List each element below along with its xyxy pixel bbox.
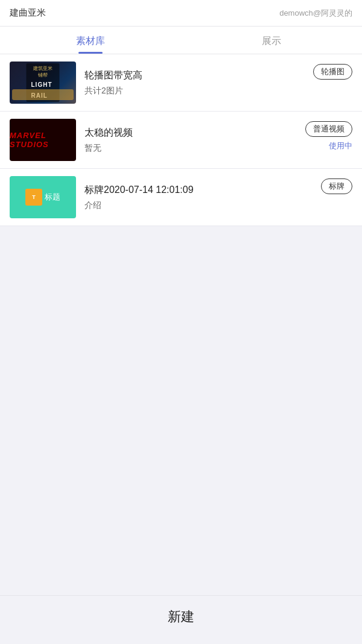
list-item[interactable]: MARVEL STUDIOS 太稳的视频 暂无 普通视频 使用中 [0,112,362,169]
thumb-marvel-label: MARVEL STUDIOS [10,131,76,149]
item-content: 标牌2020-07-14 12:01:09 介绍 [84,184,313,211]
sign-icon: T [25,189,42,206]
item-tag: 普通视频 [305,121,352,137]
list-item[interactable]: T 标题 标牌2020-07-14 12:01:09 介绍 标牌 [0,169,362,226]
item-subtitle: 介绍 [84,200,313,211]
item-subtitle: 共计2图片 [84,86,305,96]
header-user: demowch@阿灵灵的 [279,8,352,19]
item-tag: 轮播图 [313,64,352,80]
item-content: 太稳的视频 暂无 [84,127,297,154]
item-right: 标牌 [321,176,352,194]
item-right: 普通视频 使用中 [305,119,352,151]
list-item[interactable]: 建筑亚米铺帮 LIGHT RAIL 轮播图带宽高 共计2图片 轮播图 [0,54,362,112]
new-button[interactable]: 新建 [168,608,194,626]
tabs-container: 素材库 展示 [0,27,362,54]
item-tag: 标牌 [321,178,352,194]
thumb-sub-text: 建筑亚米铺帮 [31,65,55,78]
top-bar: 建曲亚米 demowch@阿灵灵的 [0,0,362,27]
tab-display[interactable]: 展示 [181,27,362,54]
thumbnail-rail: 建筑亚米铺帮 LIGHT RAIL [10,62,76,104]
thumb-sign-label: 标题 [45,192,60,203]
list-container: 建筑亚米铺帮 LIGHT RAIL 轮播图带宽高 共计2图片 轮播图 MARVE… [0,54,362,226]
item-subtitle: 暂无 [84,143,297,154]
bottom-bar: 新建 [0,595,362,644]
item-title: 轮播图带宽高 [84,69,305,82]
item-right: 轮播图 [313,62,352,80]
header-title: 建曲亚米 [10,7,46,19]
item-title: 太稳的视频 [84,127,297,139]
thumbnail-marvel: MARVEL STUDIOS [10,119,76,161]
item-content: 轮播图带宽高 共计2图片 [84,69,305,96]
tab-library[interactable]: 素材库 [0,27,181,54]
thumbnail-sign: T 标题 [10,176,76,218]
item-status: 使用中 [329,140,352,151]
item-title: 标牌2020-07-14 12:01:09 [84,184,313,197]
